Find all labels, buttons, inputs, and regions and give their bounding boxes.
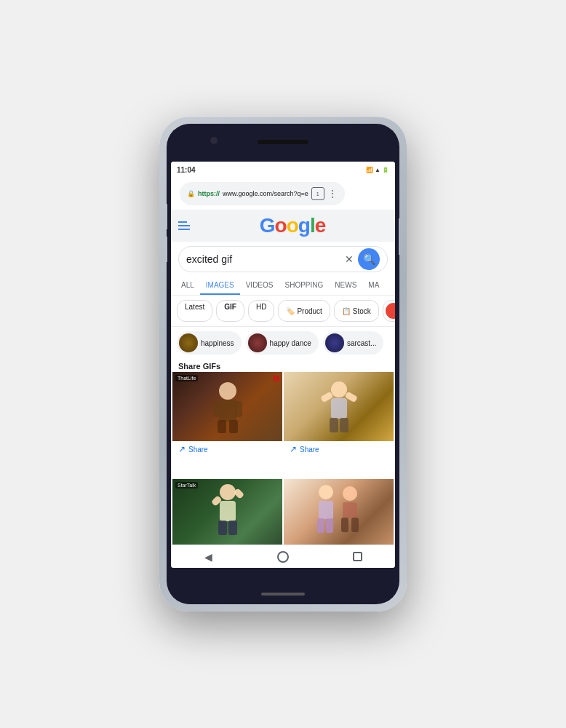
- related-label: happy dance: [270, 339, 311, 347]
- hamburger-menu[interactable]: [178, 221, 190, 230]
- search-tabs: ALL IMAGES VIDEOS SHOPPING NEWS MA: [171, 277, 395, 296]
- gif-visual-2: [317, 378, 361, 436]
- url-bar-row[interactable]: 🔒 https:// www.google.com/search?q=e 1 ⋮: [171, 178, 395, 210]
- svg-rect-3: [235, 401, 242, 417]
- share-label-1: Share: [188, 446, 208, 454]
- gif-image-1: [172, 372, 282, 441]
- search-bar[interactable]: excited gif ✕ 🔍: [178, 246, 388, 272]
- svg-point-22: [343, 486, 357, 501]
- gif-grid: ThatLife M ↗ Share: [171, 372, 395, 568]
- power-button[interactable]: [399, 218, 399, 255]
- menu-line: [178, 229, 190, 230]
- chip-latest[interactable]: Latest: [177, 300, 212, 322]
- gif-visual-4: [310, 480, 368, 546]
- svg-rect-5: [229, 420, 238, 433]
- gif-source-label-1: ThatLife: [175, 375, 198, 381]
- tab-images[interactable]: IMAGES: [200, 277, 240, 295]
- chip-gif[interactable]: GIF: [216, 300, 244, 322]
- clear-search-icon[interactable]: ✕: [345, 253, 354, 265]
- back-icon: ◀: [204, 551, 212, 563]
- svg-rect-11: [340, 418, 348, 432]
- svg-rect-13: [220, 501, 236, 521]
- status-bar: 11:04 📶 ▲ 🔋: [171, 162, 395, 178]
- color-swatch: [386, 303, 395, 319]
- bottom-indicator: [261, 593, 305, 596]
- svg-rect-10: [330, 418, 338, 432]
- svg-rect-24: [341, 518, 348, 532]
- gif-image-3: [172, 479, 282, 548]
- tab-news[interactable]: NEWS: [329, 277, 362, 295]
- chip-hd[interactable]: HD: [248, 300, 274, 322]
- svg-rect-23: [343, 502, 357, 518]
- section-label: Share GIFs: [171, 359, 395, 372]
- svg-point-18: [319, 485, 333, 499]
- gif-visual-3: [206, 480, 250, 546]
- battery-icon: 🔋: [382, 167, 389, 173]
- search-input[interactable]: excited gif: [186, 253, 345, 265]
- svg-rect-17: [228, 521, 237, 535]
- svg-rect-1: [219, 400, 236, 422]
- search-icon: 🔍: [363, 253, 375, 265]
- tab-all[interactable]: ALL: [175, 277, 200, 295]
- https-label: https://: [198, 190, 220, 197]
- share-icon-1: ↗: [178, 444, 186, 454]
- google-logo: Google: [197, 214, 388, 237]
- wifi-icon: ▲: [375, 167, 380, 173]
- svg-rect-2: [213, 401, 220, 417]
- svg-point-6: [331, 381, 347, 397]
- tab-videos[interactable]: VIDEOS: [240, 277, 279, 295]
- avatar-happy-dance: [248, 333, 267, 352]
- google-logo-text: Google: [260, 214, 325, 237]
- recent-apps-icon: [353, 552, 362, 561]
- svg-rect-7: [331, 398, 347, 419]
- share-icon-2: ↗: [290, 444, 297, 454]
- recent-apps-button[interactable]: [351, 550, 364, 563]
- menu-line: [178, 225, 190, 226]
- related-sarcastic[interactable]: sarcast...: [323, 331, 384, 355]
- camera: [210, 137, 218, 144]
- url-bar[interactable]: 🔒 https:// www.google.com/search?q=e 1 ⋮: [180, 182, 345, 205]
- more-options-icon[interactable]: ⋮: [327, 188, 338, 199]
- tab-count-button[interactable]: 1: [311, 187, 324, 200]
- menu-line: [178, 221, 187, 223]
- gif-source-label-3: StarTalk: [175, 482, 198, 488]
- related-happiness[interactable]: happiness: [177, 331, 242, 355]
- avatar-sarcastic: [325, 333, 344, 352]
- status-time: 11:04: [177, 166, 196, 174]
- chip-color[interactable]: [383, 300, 395, 322]
- share-button-2[interactable]: ↗ Share: [284, 441, 394, 457]
- home-icon: [277, 551, 289, 563]
- svg-rect-19: [319, 501, 333, 519]
- back-button[interactable]: ◀: [202, 550, 215, 563]
- gif-item-1[interactable]: ThatLife M ↗ Share: [172, 372, 282, 478]
- related-label: happiness: [201, 339, 234, 347]
- search-button[interactable]: 🔍: [358, 248, 380, 270]
- svg-rect-16: [218, 521, 227, 535]
- avatar-happiness: [179, 333, 198, 352]
- volume-down-button[interactable]: [167, 237, 167, 262]
- home-button[interactable]: [276, 550, 290, 563]
- phone-body: 11:04 📶 ▲ 🔋 🔒 https:// www.google.com/se…: [167, 124, 399, 604]
- svg-rect-21: [326, 518, 333, 533]
- related-happy-dance[interactable]: happy dance: [246, 331, 319, 355]
- phone-screen: 11:04 📶 ▲ 🔋 🔒 https:// www.google.com/se…: [171, 162, 395, 568]
- gif-m-icon-1: M: [274, 375, 279, 383]
- phone-bottom-nav: ◀: [171, 545, 395, 568]
- signal-icon: 📶: [366, 167, 373, 173]
- tab-shopping[interactable]: SHOPPING: [279, 277, 330, 295]
- filter-chips: Latest GIF HD 🏷️ Product 📋 Stock: [171, 296, 395, 327]
- phone-device: 11:04 📶 ▲ 🔋 🔒 https:// www.google.com/se…: [159, 116, 407, 612]
- gif-item-2[interactable]: ↗ Share: [284, 372, 394, 478]
- svg-rect-25: [351, 518, 359, 532]
- chip-product[interactable]: 🏷️ Product: [278, 300, 330, 322]
- volume-up-button[interactable]: [167, 204, 167, 229]
- gif-image-4: [284, 479, 394, 548]
- svg-rect-4: [218, 420, 226, 433]
- chip-stock[interactable]: 📋 Stock: [334, 300, 379, 322]
- svg-point-12: [220, 484, 236, 500]
- tab-more[interactable]: MA: [362, 277, 385, 295]
- svg-rect-20: [317, 518, 324, 533]
- gif-visual-1: [206, 378, 250, 436]
- related-label: sarcast...: [347, 339, 377, 347]
- share-button-1[interactable]: ↗ Share: [172, 441, 282, 457]
